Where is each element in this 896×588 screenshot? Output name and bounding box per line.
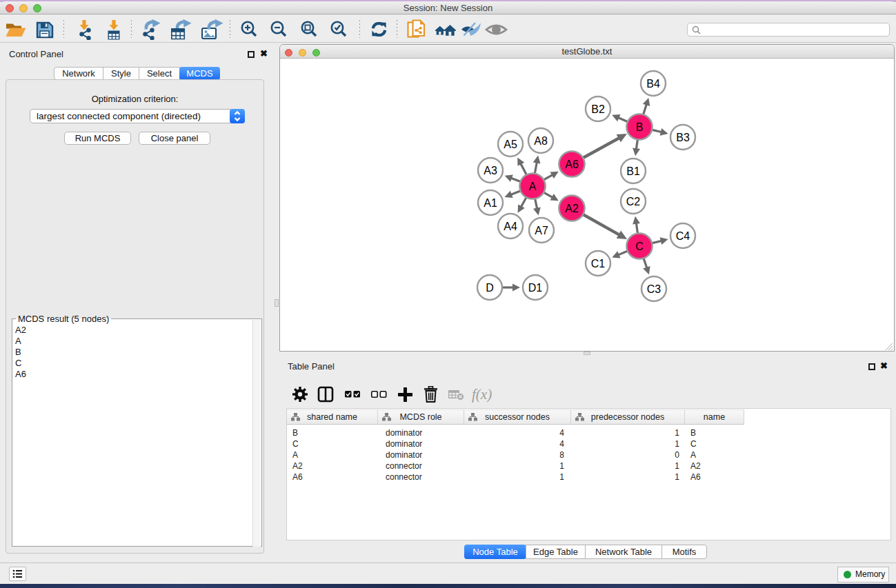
svg-text:B2: B2 bbox=[591, 103, 605, 115]
svg-text:A4: A4 bbox=[504, 221, 517, 232]
svg-text:C1: C1 bbox=[591, 258, 606, 270]
svg-text:A2: A2 bbox=[565, 203, 579, 214]
svg-text:B4: B4 bbox=[646, 78, 660, 90]
svg-text:A8: A8 bbox=[534, 135, 548, 147]
svg-text:D1: D1 bbox=[528, 282, 543, 294]
svg-text:A5: A5 bbox=[504, 139, 517, 150]
svg-text:A6: A6 bbox=[565, 159, 579, 170]
svg-text:C3: C3 bbox=[647, 283, 661, 295]
svg-text:A: A bbox=[529, 181, 537, 192]
svg-text:A7: A7 bbox=[535, 225, 548, 236]
svg-text:D: D bbox=[486, 282, 494, 294]
svg-text:C: C bbox=[635, 241, 644, 252]
svg-text:A1: A1 bbox=[484, 197, 497, 209]
svg-text:C2: C2 bbox=[626, 196, 641, 207]
svg-text:B1: B1 bbox=[626, 165, 640, 177]
svg-text:B: B bbox=[636, 121, 644, 133]
svg-text:B3: B3 bbox=[676, 132, 690, 143]
svg-text:A3: A3 bbox=[484, 165, 497, 176]
svg-text:C4: C4 bbox=[676, 230, 690, 242]
